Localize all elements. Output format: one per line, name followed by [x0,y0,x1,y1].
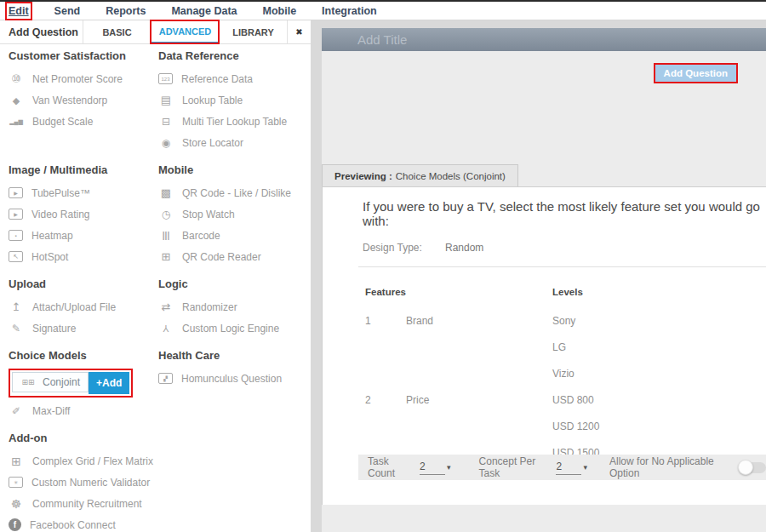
menu-item-max-diff[interactable]: ✐Max-Diff [9,400,155,421]
menu-item-label: Custom Numeric Validator [31,477,150,489]
menu-item-conjoint[interactable]: ⊞⊞Conjoint [12,372,89,392]
menu-item-label: Barcode [182,230,220,242]
levels-header: Levels [552,287,766,309]
feature-number [365,415,406,441]
signature-icon: ✎ [9,323,24,335]
menu-item-label: Video Rating [31,209,90,220]
section-title: Add-on [9,432,155,450]
bar-chart-icon: ▂▄▆ [9,116,24,128]
menu-item-label: Reference Data [181,73,253,85]
feature-number: 1 [365,309,406,335]
reference-data-icon: 123 [158,73,173,84]
nav-edit[interactable]: Edit [9,5,29,17]
menu-item-complex-grid-flex-matrix[interactable]: ⊞Complex Grid / Flex Matrix [9,450,155,472]
heatmap-icon: ▪ [9,230,23,241]
top-nav: EditSendReportsManage DataMobileIntegrat… [0,2,766,20]
menu-item-budget-scale[interactable]: ▂▄▆Budget Scale [9,111,155,132]
menu-item-stop-watch[interactable]: ◷Stop Watch [158,203,311,225]
features-header: Features [365,287,552,309]
nav-manage-data[interactable]: Manage Data [171,5,237,17]
menu-item-label: Facebook Connect [30,519,116,531]
menu-item-label: Homunculus Question [181,373,282,385]
menu-item-van-westendorp[interactable]: ◆Van Westendorp [9,89,155,111]
menu-item-lookup-table[interactable]: ▤Lookup Table [158,89,311,111]
menu-item-label: Van Westendorp [32,94,107,106]
numeric-validator-icon: ✳ [9,477,23,488]
panel-tabs: BASICADVANCEDLIBRARY [83,20,287,43]
previewing-value: Choice Models (Conjoint) [396,171,506,181]
survey-title-placeholder[interactable]: Add Title [322,28,766,51]
menu-item-label: Budget Scale [32,116,93,128]
section-title: Upload [9,277,155,296]
section-title: Logic [158,277,311,296]
feature-name [406,335,552,362]
menu-item-qr-code-like-dislike[interactable]: ▩QR Code - Like / Dislike [158,182,311,203]
menu-item-net-promoter-score[interactable]: ⑩Net Promoter Score [9,68,155,89]
homunculus-icon: ▞ [158,373,173,384]
menu-item-custom-logic-engine[interactable]: YCustom Logic Engine [158,317,311,339]
close-icon[interactable]: ✖ [287,20,311,43]
nav-mobile[interactable]: Mobile [263,5,297,17]
store-locator-icon: ◉ [158,137,174,149]
complex-grid-icon: ⊞ [9,455,24,467]
menu-item-signature[interactable]: ✎Signature [9,317,155,339]
qr-code-icon: ▩ [158,187,174,199]
design-type-label: Design Type: [363,242,445,254]
menu-item-label: TubePulse™ [31,187,90,199]
section-logic: Logic⇄RandomizerYCustom Logic Engine [158,277,311,339]
level-value: LG [552,335,766,362]
tab-advanced[interactable]: ADVANCED [151,20,219,43]
menu-item-qr-code-reader[interactable]: ⊞QR Code Reader [158,246,311,267]
level-value: USD 800 [552,388,766,415]
barcode-icon: ||| [158,230,174,242]
concept-per-task-label: Concept Per Task [479,455,549,479]
question-text: If you were to buy a TV, select the most… [363,199,766,228]
survey-title-text: Add Title [357,32,407,47]
menu-item-multi-tier-lookup-table[interactable]: ⊟Multi Tier Lookup Table [158,111,311,132]
concept-per-task-value: 2 [556,460,581,475]
menu-item-label: Max-Diff [32,405,70,417]
add-question-panel: Add Question BASICADVANCEDLIBRARY ✖ Cust… [0,20,311,532]
menu-item-community-recruitment[interactable]: ☸Community Recruitment [9,493,155,514]
menu-item-attach-upload-file[interactable]: ↥Attach/Upload File [9,296,155,317]
feature-name: Price [406,388,552,415]
menu-item-homunculus-question[interactable]: ▞Homunculus Question [158,368,311,389]
nav-integration[interactable]: Integration [322,5,377,17]
panel-title: Add Question [0,20,83,43]
section-title: Image / Multimedia [9,163,155,182]
menu-item-randomizer[interactable]: ⇄Randomizer [158,296,311,317]
nav-send[interactable]: Send [54,5,81,17]
nav-reports[interactable]: Reports [106,5,146,17]
no-applicable-option-toggle[interactable] [739,462,766,473]
multi-tier-lookup-icon: ⊟ [158,116,174,128]
section-health-care: Health Care▞Homunculus Question [158,349,311,389]
feature-number [365,335,406,362]
menu-item-video-rating[interactable]: ▶Video Rating [9,203,155,225]
add-question-button[interactable]: Add Question [654,63,738,83]
section-data-reference: Data Reference123Reference Data▤Lookup T… [158,49,311,153]
menu-item-reference-data[interactable]: 123Reference Data [158,68,311,89]
tab-library[interactable]: LIBRARY [219,20,287,43]
question-type-menu: Customer Satisfaction⑩Net Promoter Score… [0,44,311,532]
section-title: Health Care [158,349,311,368]
menu-item-label: Randomizer [182,301,237,313]
task-count-select[interactable]: 2 ▾ [420,460,451,475]
tab-basic[interactable]: BASIC [83,20,151,43]
menu-item-hotspot[interactable]: ↖HotSpot [9,246,155,267]
menu-item-store-locator[interactable]: ◉Store Locator [158,132,311,153]
conjoint-highlighted-item: ⊞⊞Conjoint+Add [9,369,133,398]
conjoint-settings-bar: Task Count 2 ▾ Concept Per Task 2 ▾ Allo… [358,455,766,480]
menu-item-label: Attach/Upload File [32,301,116,313]
menu-item-tubepulse-[interactable]: ▶TubePulse™ [9,182,155,203]
section-title: Mobile [158,163,311,182]
menu-item-label: HotSpot [31,251,68,263]
menu-item-custom-numeric-validator[interactable]: ✳Custom Numeric Validator [9,472,155,493]
menu-item-barcode[interactable]: |||Barcode [158,225,311,246]
menu-item-heatmap[interactable]: ▪Heatmap [9,225,155,246]
menu-item-facebook-connect[interactable]: fFacebook Connect [9,514,155,532]
no-applicable-option-label: Allow for No Applicable Option [609,455,729,479]
menu-item-label: Signature [32,323,76,335]
conjoint-add-button[interactable]: +Add [89,372,129,394]
concept-per-task-select[interactable]: 2 ▾ [556,460,587,475]
section-title: Choice Models [9,349,155,368]
